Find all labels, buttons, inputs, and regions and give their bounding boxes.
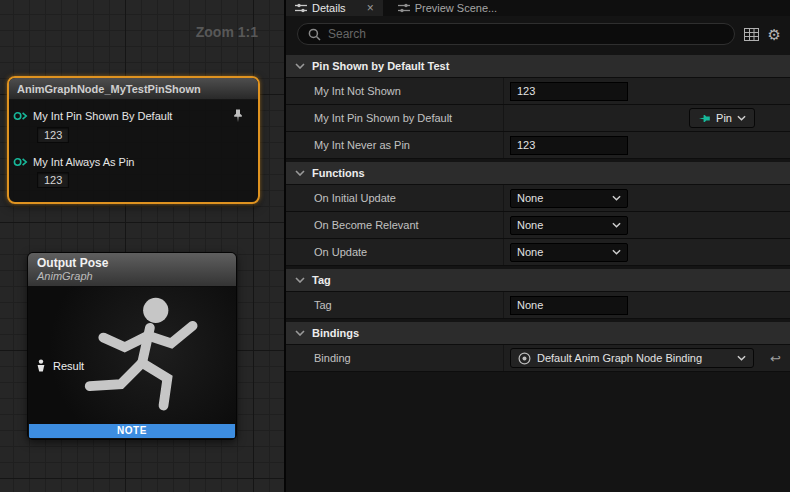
- property-label: My Int Never as Pin: [286, 132, 504, 158]
- node-title: AnimGraphNode_MyTestPinShown: [17, 83, 201, 95]
- row-my-int-never-as-pin: My Int Never as Pin: [286, 132, 790, 159]
- anim-graph-canvas[interactable]: Zoom 1:1 AnimGraphNode_MyTestPinShown My…: [0, 0, 285, 492]
- pin-value-box[interactable]: 123: [37, 127, 69, 143]
- pin-label: My Int Always As Pin: [33, 156, 134, 168]
- property-label: My Int Not Shown: [286, 78, 504, 104]
- output-node-title-bar[interactable]: Output Pose AnimGraph: [28, 253, 236, 287]
- tab-preview-scene[interactable]: Preview Scene...: [389, 0, 507, 16]
- display-filter-icon[interactable]: [744, 28, 759, 41]
- row-my-int-not-shown: My Int Not Shown: [286, 78, 790, 105]
- pin-label: My Int Pin Shown By Default: [33, 110, 172, 122]
- section-tag[interactable]: Tag: [286, 269, 790, 292]
- section-bindings[interactable]: Bindings: [286, 322, 790, 345]
- gear-icon[interactable]: ⚙: [768, 27, 781, 42]
- search-input[interactable]: [328, 27, 724, 41]
- search-row: ⚙: [286, 16, 790, 52]
- pin-button-label: Pin: [716, 112, 732, 124]
- section-label: Functions: [312, 167, 365, 179]
- property-label: On Update: [286, 239, 504, 265]
- chevron-down-icon: [295, 63, 305, 69]
- details-tab-icon: [295, 3, 307, 13]
- row-on-become-relevant: On Become Relevant None: [286, 212, 790, 239]
- tag-input[interactable]: [510, 296, 628, 315]
- on-become-relevant-dropdown[interactable]: None: [510, 216, 628, 235]
- section-pin-shown-by-default-test[interactable]: Pin Shown by Default Test: [286, 55, 790, 78]
- mannequin-thumbnail: [72, 287, 222, 427]
- row-on-update: On Update None: [286, 239, 790, 266]
- result-pin-row[interactable]: Result: [35, 359, 84, 372]
- tab-bar: Details × Preview Scene...: [286, 0, 790, 16]
- row-tag: Tag: [286, 292, 790, 319]
- search-box[interactable]: [297, 23, 735, 45]
- search-icon: [308, 28, 321, 41]
- row-on-initial-update: On Initial Update None: [286, 185, 790, 212]
- node-title-bar[interactable]: AnimGraphNode_MyTestPinShown: [9, 78, 258, 100]
- pin-row-shown-by-default[interactable]: My Int Pin Shown By Default: [13, 109, 252, 123]
- row-my-int-pin-shown-by-default: My Int Pin Shown by Default Pin: [286, 105, 790, 132]
- chevron-down-icon: [295, 277, 305, 283]
- dropdown-value: None: [517, 192, 543, 204]
- tab-preview-scene-label: Preview Scene...: [415, 2, 498, 14]
- binding-value: Default Anim Graph Node Binding: [537, 352, 702, 364]
- tab-details-label: Details: [312, 2, 346, 14]
- node-body: My Int Pin Shown By Default 123 My Int A…: [9, 100, 258, 202]
- unreal-editor-window: Zoom 1:1 AnimGraphNode_MyTestPinShown My…: [0, 0, 790, 492]
- output-node-title: Output Pose: [37, 256, 227, 270]
- preview-scene-tab-icon: [398, 3, 410, 13]
- tab-details[interactable]: Details ×: [286, 0, 383, 16]
- pin-dropdown-button[interactable]: Pin: [689, 108, 755, 128]
- property-label: On Become Relevant: [286, 212, 504, 238]
- chevron-down-icon: [737, 355, 746, 361]
- output-node-body: Result: [28, 287, 236, 424]
- output-node-subtitle: AnimGraph: [37, 270, 227, 282]
- zoom-level-label: Zoom 1:1: [196, 24, 258, 40]
- chevron-down-icon: [295, 170, 305, 176]
- property-label: Tag: [286, 292, 504, 318]
- pose-pin-icon[interactable]: [35, 359, 47, 372]
- section-functions[interactable]: Functions: [286, 162, 790, 185]
- exec-pin-icon[interactable]: [13, 157, 28, 167]
- details-panel: Details × Preview Scene...: [285, 0, 790, 492]
- dropdown-value: None: [517, 219, 543, 231]
- on-initial-update-dropdown[interactable]: None: [510, 189, 628, 208]
- pin-row-always-as-pin[interactable]: My Int Always As Pin: [13, 156, 252, 168]
- pin-icon: [698, 113, 711, 124]
- output-pose-node[interactable]: Output Pose AnimGraph: [27, 252, 237, 440]
- property-rows: Pin Shown by Default Test My Int Not Sho…: [286, 52, 790, 492]
- chevron-down-icon: [612, 195, 621, 201]
- my-int-not-shown-input[interactable]: [510, 82, 628, 101]
- section-label: Pin Shown by Default Test: [312, 60, 449, 72]
- result-pin-label: Result: [53, 360, 84, 372]
- dropdown-value: None: [517, 246, 543, 258]
- pin-value-box[interactable]: 123: [37, 172, 69, 188]
- property-label: On Initial Update: [286, 185, 504, 211]
- section-label: Bindings: [312, 327, 359, 339]
- property-label: My Int Pin Shown by Default: [286, 105, 504, 131]
- chevron-down-icon: [295, 330, 305, 336]
- chevron-down-icon: [612, 249, 621, 255]
- property-label: Binding: [286, 345, 504, 371]
- section-label: Tag: [312, 274, 331, 286]
- chevron-down-icon: [612, 222, 621, 228]
- reset-to-default-icon[interactable]: ↩: [770, 352, 781, 365]
- pin-toggle-icon[interactable]: [232, 109, 244, 123]
- close-tab-icon[interactable]: ×: [367, 2, 374, 14]
- row-binding: Binding Default Anim Graph Node Binding …: [286, 345, 790, 372]
- exec-pin-icon[interactable]: [13, 111, 28, 121]
- binding-dropdown[interactable]: Default Anim Graph Node Binding: [510, 348, 754, 368]
- my-int-never-as-pin-input[interactable]: [510, 136, 628, 155]
- chevron-down-icon: [737, 115, 746, 121]
- anim-graph-node[interactable]: AnimGraphNode_MyTestPinShown My Int Pin …: [7, 76, 260, 204]
- on-update-dropdown[interactable]: None: [510, 243, 628, 262]
- binding-icon: [518, 352, 531, 365]
